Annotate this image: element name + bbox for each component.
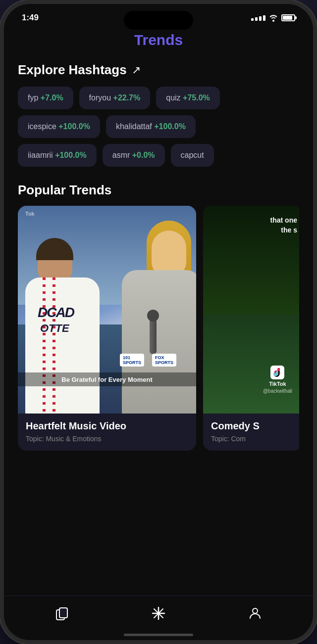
hashtag-row-3: iiaamrii +100.0% asmr +0.0% capcut: [18, 144, 299, 167]
tiktok-label: TikTok: [269, 381, 286, 387]
dynamic-island: [124, 11, 193, 30]
trend-thumbnail-secondary: that one the s: [203, 206, 299, 414]
hashtag-row-2: icespice +100.0% khalidattaf +100.0%: [18, 115, 299, 138]
explore-hashtags-title: Explore Hashtags: [18, 62, 127, 78]
hashtag-chip-iiaamrii[interactable]: iiaamrii +100.0%: [18, 144, 97, 167]
main-thumbnail-bg: DCAD OTTE: [18, 206, 196, 414]
status-time: 1:49: [22, 13, 39, 23]
tiktok-handle: @backwithali: [263, 388, 292, 394]
trend-name-main: Heartfelt Music Video: [26, 420, 188, 432]
explore-hashtags-arrow[interactable]: ↗: [132, 64, 141, 77]
trend-card-secondary[interactable]: that one the s: [203, 206, 299, 451]
person-icon: [248, 606, 262, 620]
svg-rect-1: [59, 608, 67, 618]
hashtag-chip-khalidattaf[interactable]: khalidattaf +100.0%: [106, 115, 196, 138]
cards-icon: [55, 606, 69, 620]
tok-watermark: Tok: [25, 211, 35, 217]
trend-info-main: Heartfelt Music Video Topic: Music & Emo…: [18, 414, 196, 451]
hashtag-grid: fyp +7.0% foryou +22.7% quiz +75.0% ices…: [18, 87, 299, 167]
trend-thumbnail-main: DCAD OTTE: [18, 206, 196, 414]
home-bar: [124, 634, 193, 636]
page-title: Trends: [18, 32, 299, 48]
nav-item-person[interactable]: [238, 602, 272, 624]
wifi-icon: [268, 14, 278, 22]
trend-info-secondary: Comedy S Topic: Com: [203, 414, 299, 451]
tiktok-logo-icon: [270, 366, 284, 379]
trend-topic-main: Topic: Music & Emotions: [26, 435, 188, 443]
trend-topic-secondary: Topic: Com: [211, 435, 294, 443]
nav-item-sparkles[interactable]: [142, 602, 175, 624]
phone-screen: 1:49 Trends Ex: [4, 4, 313, 640]
tiktok-watermark: TikTok @backwithali: [263, 366, 292, 394]
hashtag-chip-quiz[interactable]: quiz +75.0%: [156, 87, 220, 109]
explore-hashtags-header: Explore Hashtags ↗: [18, 62, 299, 78]
trend-card-main[interactable]: DCAD OTTE: [18, 206, 196, 451]
hashtag-chip-capcut[interactable]: capcut: [171, 144, 214, 167]
grass-bg: [203, 315, 299, 414]
secondary-thumbnail-bg: that one the s: [203, 206, 299, 414]
secondary-overlay-text: that one the s: [270, 216, 297, 235]
hashtag-chip-asmr[interactable]: asmr +0.0%: [103, 144, 165, 167]
popular-trends-title: Popular Trends: [18, 183, 299, 198]
trend-name-secondary: Comedy S: [211, 420, 294, 432]
trends-row: DCAD OTTE: [18, 206, 299, 451]
hashtag-chip-fyp[interactable]: fyp +7.0%: [18, 87, 73, 109]
hashtag-chip-icespice[interactable]: icespice +100.0%: [18, 115, 100, 138]
svg-point-6: [253, 608, 258, 613]
main-content: Trends Explore Hashtags ↗ fyp +7.0% fory…: [4, 27, 313, 623]
signal-icon: [251, 15, 265, 21]
hashtag-chip-foryou[interactable]: foryou +22.7%: [79, 87, 151, 109]
phone-frame: 1:49 Trends Ex: [0, 0, 317, 644]
hashtag-row-1: fyp +7.0% foryou +22.7% quiz +75.0%: [18, 87, 299, 109]
main-overlay-text: Be Grateful for Every Moment: [61, 376, 153, 383]
battery-icon: [281, 14, 295, 21]
status-icons: [251, 14, 295, 22]
nav-item-cards[interactable]: [45, 602, 79, 624]
sparkles-icon: [152, 606, 165, 620]
